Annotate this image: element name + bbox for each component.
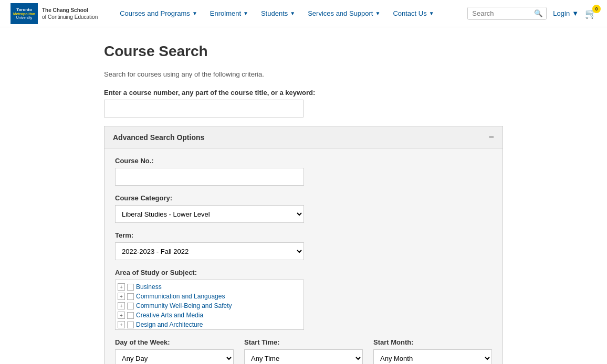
school-sub: of Continuing	[42, 14, 73, 20]
course-category-label: Course Category:	[115, 194, 492, 202]
page-subtitle: Search for courses using any of the foll…	[104, 70, 503, 78]
day-label: Day of the Week:	[115, 338, 234, 346]
logo-uni: University	[16, 16, 33, 19]
keyword-input[interactable]	[104, 100, 304, 117]
advanced-search-title: Advanced Search Options	[113, 133, 204, 142]
term-row: Term: 2022-2023 - Fall 2022 2022-2023 - …	[115, 231, 492, 260]
nav-contact[interactable]: Contact Us ▼	[386, 0, 440, 27]
time-col: Start Time: Any Time Morning Afternoon E…	[244, 338, 363, 364]
expand-icon[interactable]: +	[118, 293, 125, 300]
expand-icon[interactable]: +	[118, 283, 125, 291]
collapse-icon: −	[488, 132, 494, 143]
cart-button[interactable]: 🛒 0	[585, 8, 596, 19]
advanced-search-toggle[interactable]: Advanced Search Options −	[104, 126, 503, 148]
checkbox-communication[interactable]	[127, 293, 134, 300]
time-label: Start Time:	[244, 338, 363, 346]
page-title: Course Search	[104, 43, 503, 60]
chevron-down-icon: ▼	[290, 10, 295, 16]
checkbox-creative[interactable]	[127, 312, 134, 319]
tree-item-design[interactable]: + Design and Architecture	[118, 320, 301, 329]
month-select[interactable]: Any Month September October November Dec…	[373, 349, 492, 364]
day-col: Day of the Week: Any Day Monday Tuesday …	[115, 338, 234, 364]
month-col: Start Month: Any Month September October…	[373, 338, 492, 364]
school-name: The Chang School	[42, 7, 98, 14]
course-no-input[interactable]	[115, 168, 304, 186]
checkbox-community[interactable]	[127, 303, 134, 309]
month-label: Start Month:	[373, 338, 492, 346]
nav-students[interactable]: Students ▼	[255, 0, 301, 27]
expand-icon[interactable]: +	[118, 312, 125, 319]
expand-icon[interactable]: +	[118, 321, 125, 328]
advanced-search-panel: Advanced Search Options − Course No.: Co…	[104, 126, 503, 364]
checkbox-business[interactable]	[127, 284, 134, 291]
school-sub2: Education	[75, 14, 98, 20]
chevron-down-icon: ▼	[243, 10, 248, 16]
logo-block: Toronto Metropolitan University The Chan…	[11, 3, 98, 24]
chevron-down-icon: ▼	[375, 10, 380, 16]
header-search-box[interactable]: 🔍	[467, 7, 547, 20]
term-select[interactable]: 2022-2023 - Fall 2022 2022-2023 - Winter…	[115, 242, 304, 260]
header-search-button[interactable]: 🔍	[531, 7, 546, 19]
nav-enrolment[interactable]: Enrolment ▼	[204, 0, 255, 27]
advanced-search-body: Course No.: Course Category: Liberal Stu…	[104, 148, 503, 364]
time-select[interactable]: Any Time Morning Afternoon Evening	[244, 349, 363, 364]
site-header: Toronto Metropolitan University The Chan…	[0, 0, 607, 27]
logo-metro: Metropolitan	[13, 12, 35, 16]
nav-courses[interactable]: Courses and Programs ▼	[113, 0, 204, 27]
course-no-label: Course No.:	[115, 157, 492, 165]
tree-item-health[interactable]: + Health and Sciences	[118, 329, 301, 330]
area-study-tree[interactable]: + Business + Communication and Languages…	[115, 280, 304, 330]
filter-row: Day of the Week: Any Day Monday Tuesday …	[115, 338, 492, 364]
expand-icon[interactable]: +	[118, 302, 125, 309]
school-name-block: The Chang School of Continuing Education	[42, 7, 98, 20]
tree-item-business[interactable]: + Business	[118, 282, 301, 292]
login-button[interactable]: Login ▼	[553, 9, 579, 17]
day-select[interactable]: Any Day Monday Tuesday Wednesday Thursda…	[115, 349, 234, 364]
header-right: 🔍 Login ▼ 🛒 0	[467, 7, 596, 20]
course-category-select[interactable]: Liberal Studies - Lower Level Liberal St…	[115, 205, 304, 223]
keyword-label: Enter a course number, any part of the c…	[104, 89, 503, 97]
main-content: Course Search Search for courses using a…	[93, 27, 514, 364]
main-nav: Courses and Programs ▼ Enrolment ▼ Stude…	[113, 0, 467, 27]
logo-toronto: Toronto	[16, 7, 32, 12]
logo-box: Toronto Metropolitan University	[11, 3, 38, 24]
checkbox-design[interactable]	[127, 322, 134, 328]
area-study-label: Area of Study or Subject:	[115, 269, 492, 276]
chevron-down-icon: ▼	[192, 10, 197, 16]
area-study-row: Area of Study or Subject: + Business + C…	[115, 269, 492, 330]
tree-item-creative[interactable]: + Creative Arts and Media	[118, 311, 301, 320]
chevron-down-icon: ▼	[572, 9, 579, 17]
chevron-down-icon: ▼	[429, 10, 434, 16]
tree-item-communication[interactable]: + Communication and Languages	[118, 292, 301, 301]
course-no-row: Course No.:	[115, 157, 492, 186]
nav-services[interactable]: Services and Support ▼	[301, 0, 386, 27]
cart-badge: 0	[592, 5, 601, 13]
tree-item-community[interactable]: + Community Well-Being and Safety	[118, 301, 301, 311]
header-search-input[interactable]	[468, 7, 531, 19]
course-category-row: Course Category: Liberal Studies - Lower…	[115, 194, 492, 223]
term-label: Term:	[115, 231, 492, 239]
